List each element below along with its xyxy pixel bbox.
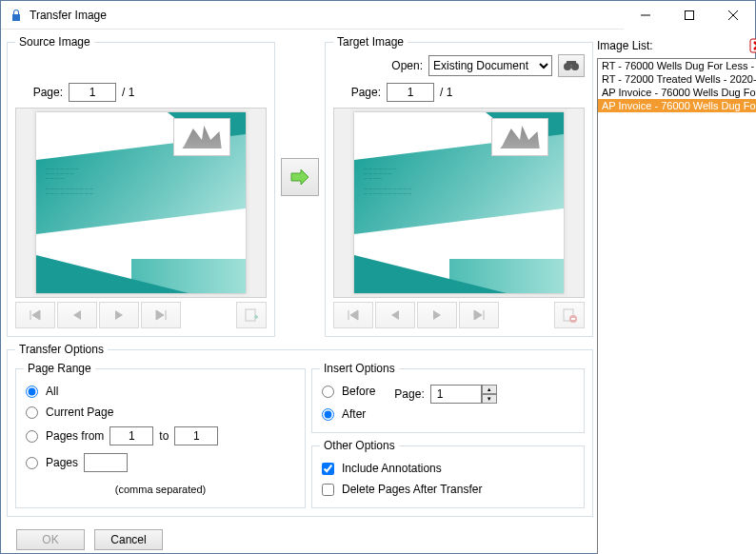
other-options-panel: Other Options Include Annotations Delete… (311, 439, 585, 508)
radio-current[interactable] (26, 406, 38, 419)
checkbox-include-annotations[interactable] (322, 463, 334, 475)
source-document-thumbnail: INVOICE — — — — — — —— — — — — —— — — ——… (36, 112, 246, 293)
image-list-item[interactable]: AP Invoice - 76000 Wells Dug For I (598, 86, 756, 99)
svg-rect-4 (246, 309, 255, 321)
transfer-options-legend: Transfer Options (15, 343, 108, 356)
pages-list-input[interactable] (84, 453, 128, 472)
target-next-page-button[interactable] (417, 302, 457, 328)
radio-pages-from[interactable] (26, 430, 38, 443)
target-page-total: / 1 (440, 86, 452, 99)
radio-before[interactable] (322, 386, 334, 398)
insert-page-label: Page: (394, 387, 424, 401)
maximize-button[interactable] (667, 1, 711, 30)
transfer-image-window: Transfer Image Source Image Page: / 1 (0, 0, 756, 554)
close-button[interactable] (711, 1, 755, 30)
transfer-arrow-button[interactable] (281, 158, 319, 196)
target-legend: Target Image (333, 35, 408, 49)
image-list-close-button[interactable] (747, 37, 756, 55)
source-legend: Source Image (15, 35, 94, 49)
radio-pages[interactable] (26, 457, 38, 469)
target-prev-page-button[interactable] (375, 302, 415, 328)
scrollbar-right[interactable] (567, 109, 584, 297)
source-preview: INVOICE — — — — — — —— — — — — —— — — ——… (15, 108, 267, 298)
cancel-button[interactable]: Cancel (94, 529, 163, 550)
open-label: Open: (391, 59, 423, 72)
minimize-button[interactable] (624, 1, 667, 30)
target-document-thumbnail: INVOICE — — — — — — —— — — — — —— — — ——… (354, 112, 564, 293)
page-range-legend: Page Range (24, 362, 95, 375)
window-title: Transfer Image (30, 9, 624, 22)
other-options-legend: Other Options (320, 439, 399, 452)
target-page-input[interactable] (387, 83, 434, 102)
insert-page-input[interactable] (430, 385, 482, 404)
pages-to-input[interactable] (174, 426, 218, 445)
pages-from-input[interactable] (109, 426, 153, 445)
image-list-item[interactable]: AP Invoice - 76000 Wells Dug For I (598, 99, 756, 112)
image-list-label: Image List: (597, 39, 653, 52)
scrollbar-right[interactable] (249, 109, 266, 297)
radio-after[interactable] (322, 408, 334, 421)
source-page-input[interactable] (69, 83, 116, 102)
scrollbar-left[interactable] (334, 109, 350, 297)
svg-rect-10 (750, 39, 756, 52)
image-list[interactable]: RT - 76000 Wells Dug For Less - 20RT - 7… (597, 58, 756, 554)
radio-all[interactable] (26, 386, 38, 398)
target-page-label: Page: (333, 86, 381, 99)
titlebar: Transfer Image (1, 1, 755, 30)
checkbox-delete-after[interactable] (322, 484, 334, 496)
comma-separated-hint: (comma separated) (26, 484, 295, 495)
lock-icon (9, 8, 24, 23)
target-image-panel: Target Image Open: Existing Document Pag… (325, 35, 593, 337)
source-last-page-button[interactable] (141, 302, 181, 328)
spin-down-button[interactable]: ▼ (482, 394, 497, 404)
source-next-page-button[interactable] (99, 302, 139, 328)
spin-up-button[interactable]: ▲ (482, 385, 497, 394)
source-add-page-button[interactable] (236, 302, 267, 328)
source-page-label: Page: (15, 86, 63, 99)
image-list-item[interactable]: RT - 72000 Treated Wells - 2020-P (598, 72, 756, 86)
insert-options-panel: Insert Options Before After Page: (311, 362, 585, 433)
target-last-page-button[interactable] (459, 302, 499, 328)
source-page-total: / 1 (122, 86, 134, 99)
source-image-panel: Source Image Page: / 1 INVOICE — — (7, 35, 275, 337)
browse-button[interactable] (558, 54, 585, 77)
target-first-page-button[interactable] (333, 302, 373, 328)
ok-button[interactable]: OK (16, 529, 85, 550)
target-preview: INVOICE — — — — — — —— — — — — —— — — ——… (333, 108, 585, 298)
target-delete-page-button[interactable] (554, 302, 585, 328)
page-range-panel: Page Range All Current Page Pages from t… (15, 362, 306, 508)
svg-rect-1 (686, 10, 694, 19)
image-list-item[interactable]: RT - 76000 Wells Dug For Less - 20 (598, 59, 756, 72)
source-prev-page-button[interactable] (57, 302, 97, 328)
open-select[interactable]: Existing Document (428, 55, 552, 76)
insert-options-legend: Insert Options (320, 362, 399, 375)
transfer-options-panel: Transfer Options Page Range All Current … (7, 343, 593, 517)
svg-rect-7 (567, 61, 576, 65)
source-first-page-button[interactable] (15, 302, 55, 328)
scrollbar-left[interactable] (16, 109, 32, 297)
